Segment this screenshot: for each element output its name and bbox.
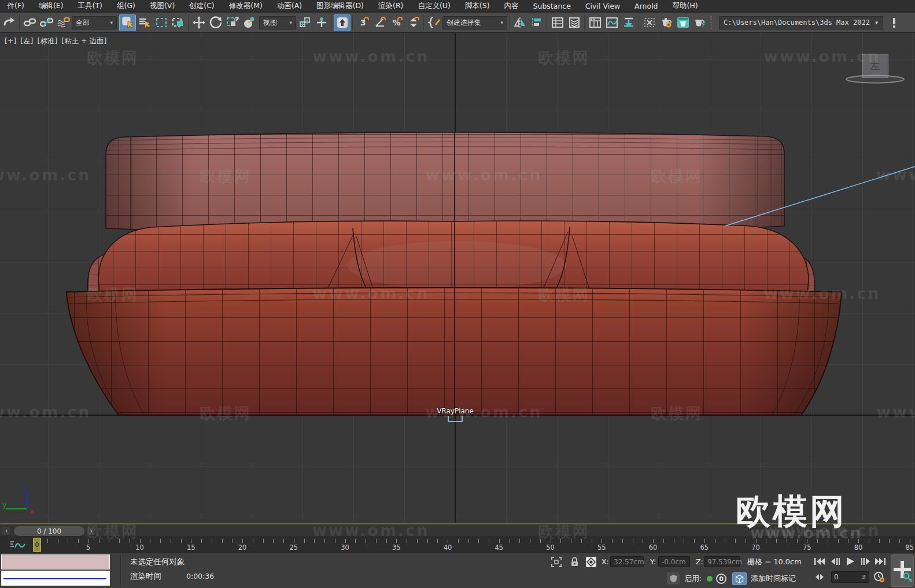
previous-frame-button[interactable]: [828, 556, 842, 567]
menu-item-6[interactable]: 修改器(M): [222, 1, 270, 11]
frame-spinner[interactable]: ⇵: [862, 574, 866, 580]
rectangular-selection-region-button[interactable]: [153, 14, 169, 31]
absolute-mode-transform-button[interactable]: [584, 556, 598, 568]
viewport-general-menu[interactable]: [+]: [5, 36, 16, 46]
menu-item-12[interactable]: 内容: [497, 1, 526, 11]
time-configuration-button[interactable]: [872, 571, 886, 583]
mini-curve-editor-button[interactable]: [7, 538, 29, 552]
reference-coordinate-dropdown[interactable]: 视图 ▾: [259, 16, 296, 29]
maxscript-mini-listener-white[interactable]: [1, 571, 110, 586]
select-and-rotate-button[interactable]: [207, 14, 224, 31]
selection-filter-dropdown[interactable]: 全部 ▾: [72, 16, 117, 29]
use-pivot-point-button[interactable]: [296, 14, 313, 31]
track-bar[interactable]: 0510152025303540455055606570758085 0: [0, 537, 915, 552]
unlink-selection-icon[interactable]: [38, 14, 55, 31]
magnet-icon: [364, 17, 369, 20]
menu-item-8[interactable]: 图形编辑器(D): [309, 1, 371, 11]
toolbar-separator: [352, 15, 353, 30]
next-frame-button[interactable]: [859, 556, 873, 567]
curve-editor-button[interactable]: [603, 14, 620, 31]
menu-item-3[interactable]: 组(G): [110, 1, 143, 11]
layer-explorer-button[interactable]: [549, 14, 566, 31]
add-time-tag[interactable]: 添加时间标记: [751, 574, 796, 584]
angle-snap-button[interactable]: [371, 14, 388, 31]
menu-item-2[interactable]: 工具(T): [71, 1, 109, 11]
menu-item-9[interactable]: 渲染(R): [371, 1, 411, 11]
select-object-button[interactable]: [119, 14, 136, 31]
select-and-scale-button[interactable]: [224, 14, 241, 31]
redo-button[interactable]: [1, 14, 17, 31]
time-slider[interactable]: 0 / 100: [13, 526, 85, 537]
sofa-model[interactable]: [0, 33, 915, 523]
menu-item-13[interactable]: Substance: [526, 2, 578, 10]
percent-snap-button[interactable]: %: [388, 14, 405, 31]
rendered-frame-window-button[interactable]: [674, 14, 691, 31]
viewport-pov-menu[interactable]: [左]: [20, 36, 33, 46]
go-to-start-button[interactable]: [813, 556, 827, 567]
select-and-link-icon[interactable]: [21, 14, 38, 31]
isolate-selection-button[interactable]: [549, 556, 563, 568]
toolbar-separator: [547, 15, 547, 30]
render-production-button[interactable]: [691, 14, 708, 31]
ribbon-toggle-button[interactable]: [586, 14, 603, 31]
menu-item-0[interactable]: 件(F): [0, 1, 31, 11]
menu-item-15[interactable]: Arnold: [628, 2, 665, 10]
time-slider-handle[interactable]: 0: [33, 538, 41, 552]
select-by-name-button[interactable]: [136, 14, 153, 31]
window-crossing-button[interactable]: [169, 14, 186, 31]
next-frame-arrow-button[interactable]: ›: [87, 526, 96, 536]
select-and-manipulate-button[interactable]: [313, 14, 330, 31]
degradation-zero-badge[interactable]: 0: [716, 574, 726, 584]
menu-item-1[interactable]: 编辑(E): [31, 1, 71, 11]
select-and-move-button[interactable]: [190, 14, 207, 31]
ruler-tick: [581, 539, 582, 543]
sofa-backrest[interactable]: [106, 132, 784, 235]
menu-item-5[interactable]: 创建(C): [182, 1, 222, 11]
time-slider-value: 0 / 100: [37, 527, 61, 535]
adaptive-degradation-button[interactable]: [667, 572, 680, 585]
x-coordinate-field[interactable]: 32.57cm: [610, 556, 644, 567]
schematic-view-button[interactable]: [620, 14, 637, 31]
vrayplane-gizmo[interactable]: [447, 415, 463, 423]
play-button[interactable]: [842, 556, 858, 567]
menu-item-16[interactable]: 帮助(H): [665, 1, 705, 11]
named-selection-set-dropdown[interactable]: 创建选择集 ▾: [442, 16, 507, 29]
viewcube-compass-ring[interactable]: [843, 73, 907, 85]
spinner-snap-button[interactable]: [405, 14, 422, 31]
previous-frame-arrow-button[interactable]: ‹: [2, 526, 11, 536]
go-to-end-button[interactable]: [873, 556, 887, 567]
material-editor-button[interactable]: [641, 14, 658, 31]
menu-item-10[interactable]: 自定义(U): [411, 1, 457, 11]
y-coordinate-field[interactable]: -0.0cm: [658, 556, 690, 567]
clipped-toolbar-button[interactable]: [886, 14, 902, 31]
viewport-left[interactable]: [+] [左] [标准] [粘土 + 边面] VRayPlane 左 z y x: [0, 33, 915, 523]
viewport-shading-menu[interactable]: [粘土 + 边面]: [61, 36, 106, 46]
ruler-tick: [489, 539, 489, 543]
menu-item-7[interactable]: 动画(A): [270, 1, 309, 11]
snaps-toggle-3d-button[interactable]: 3: [355, 14, 371, 31]
keyboard-shortcut-override-button[interactable]: [334, 14, 350, 31]
z-coordinate-field[interactable]: 97.539cm: [704, 556, 740, 567]
time-tag-cube-button[interactable]: [732, 572, 747, 585]
ruler-tick: [725, 539, 725, 543]
mirror-button[interactable]: [511, 14, 528, 31]
current-frame-field[interactable]: 0 ⇵: [831, 571, 869, 583]
menu-item-11[interactable]: 脚本(S): [457, 1, 497, 11]
maxscript-mini-listener-pink[interactable]: [1, 554, 110, 569]
viewport-standard-menu[interactable]: [标准]: [38, 36, 58, 46]
menu-item-4[interactable]: 视图(V): [142, 1, 182, 11]
bind-to-spacewarp-icon[interactable]: [55, 14, 72, 31]
sofa-base[interactable]: [67, 288, 842, 416]
menu-item-14[interactable]: Civil View: [578, 2, 627, 10]
scene-explorer-button[interactable]: [566, 14, 582, 31]
toolbar-drag-handle[interactable]: [710, 15, 713, 30]
edit-named-selection-sets-button[interactable]: [426, 14, 442, 31]
render-setup-button[interactable]: [658, 14, 674, 31]
selection-lock-button[interactable]: [568, 556, 581, 568]
align-button[interactable]: [528, 14, 545, 31]
project-folder-dropdown[interactable]: C:\Users\Han\Documents\3ds Max 2022 ▾: [719, 16, 883, 29]
key-mode-toggle-button[interactable]: [813, 571, 827, 583]
ruler-tick: [807, 539, 807, 543]
select-and-place-button[interactable]: [241, 14, 257, 31]
set-keys-button[interactable]: [891, 554, 914, 587]
